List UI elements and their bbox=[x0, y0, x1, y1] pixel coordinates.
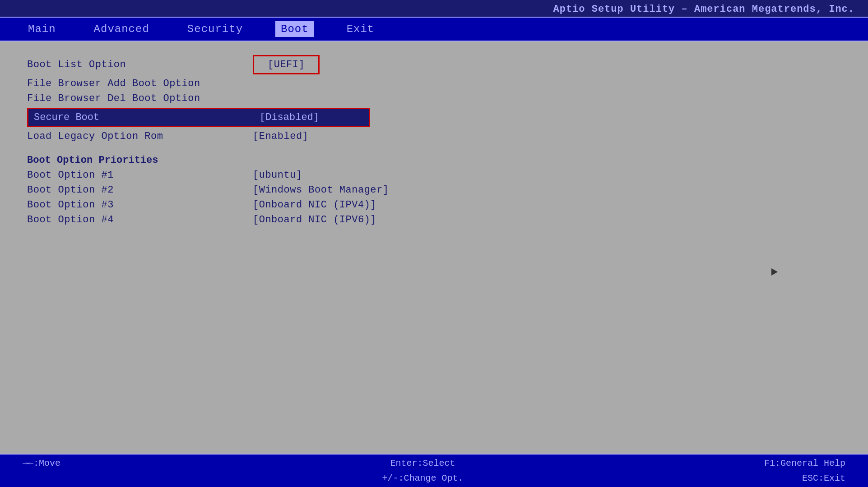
boot-option-3-label[interactable]: Boot Option #3 bbox=[27, 199, 253, 211]
boot-option-4-row: Boot Option #4 [Onboard NIC (IPV6)] bbox=[27, 214, 841, 225]
boot-list-option-row: Boot List Option [UEFI] bbox=[27, 55, 841, 74]
status-esc: ESC:Exit bbox=[687, 473, 845, 483]
file-browser-del-row: File Browser Del Boot Option bbox=[27, 93, 841, 104]
boot-list-option-label: Boot List Option bbox=[27, 59, 253, 70]
status-bar-line2: +/-:Change Opt. ESC:Exit bbox=[0, 472, 868, 487]
load-legacy-label[interactable]: Load Legacy Option Rom bbox=[27, 131, 253, 142]
secure-boot-value: [Disabled] bbox=[260, 112, 319, 123]
boot-option-2-row: Boot Option #2 [Windows Boot Manager] bbox=[27, 184, 841, 196]
boot-option-2-label[interactable]: Boot Option #2 bbox=[27, 184, 253, 196]
boot-option-4-label[interactable]: Boot Option #4 bbox=[27, 214, 253, 225]
status-f1: F1:General Help bbox=[687, 458, 845, 469]
load-legacy-value: [Enabled] bbox=[253, 131, 308, 142]
secure-boot-highlight[interactable]: Secure Boot [Disabled] bbox=[27, 108, 370, 127]
boot-option-3-row: Boot Option #3 [Onboard NIC (IPV4)] bbox=[27, 199, 841, 211]
menu-item-exit[interactable]: Exit bbox=[341, 21, 380, 37]
load-legacy-row: Load Legacy Option Rom [Enabled] bbox=[27, 131, 841, 142]
section-gap bbox=[27, 146, 841, 155]
boot-option-3-value: [Onboard NIC (IPV4)] bbox=[253, 199, 376, 211]
title-bar: Aptio Setup Utility – American Megatrend… bbox=[0, 0, 868, 17]
status-bar-line1: →←:Move Enter:Select F1:General Help bbox=[0, 454, 868, 472]
main-content: Boot List Option [UEFI] File Browser Add… bbox=[0, 41, 868, 454]
status-enter: Enter:Select bbox=[158, 458, 687, 469]
boot-option-2-value: [Windows Boot Manager] bbox=[253, 184, 389, 196]
menu-item-main[interactable]: Main bbox=[23, 21, 61, 37]
file-browser-del-label[interactable]: File Browser Del Boot Option bbox=[27, 93, 253, 104]
secure-boot-row[interactable]: Secure Boot [Disabled] bbox=[27, 108, 841, 127]
boot-option-1-value: [ubuntu] bbox=[253, 170, 302, 181]
boot-option-1-row: Boot Option #1 [ubuntu] bbox=[27, 170, 841, 181]
file-browser-add-label[interactable]: File Browser Add Boot Option bbox=[27, 78, 253, 89]
bios-screen: Aptio Setup Utility – American Megatrend… bbox=[0, 0, 868, 487]
menu-bar: Main Advanced Security Boot Exit bbox=[0, 17, 868, 41]
menu-item-advanced[interactable]: Advanced bbox=[88, 21, 155, 37]
boot-option-4-value: [Onboard NIC (IPV6)] bbox=[253, 214, 376, 225]
boot-option-1-label[interactable]: Boot Option #1 bbox=[27, 170, 253, 181]
uefi-box[interactable]: [UEFI] bbox=[253, 55, 320, 74]
title-text: Aptio Setup Utility – American Megatrend… bbox=[553, 4, 854, 15]
menu-item-boot[interactable]: Boot bbox=[275, 21, 314, 37]
status-move: →←:Move bbox=[23, 458, 158, 469]
menu-item-security[interactable]: Security bbox=[182, 21, 248, 37]
cursor-indicator bbox=[771, 268, 778, 276]
status-change-opt: +/-:Change Opt. bbox=[158, 473, 687, 483]
boot-option-priorities-title: Boot Option Priorities bbox=[27, 155, 841, 166]
secure-boot-label: Secure Boot bbox=[34, 112, 260, 123]
file-browser-add-row: File Browser Add Boot Option bbox=[27, 78, 841, 89]
